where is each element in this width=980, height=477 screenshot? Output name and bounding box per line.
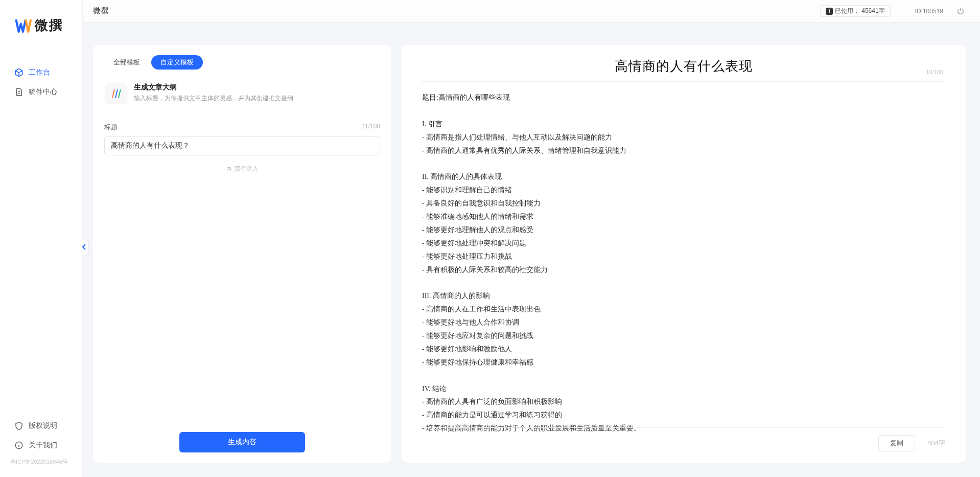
icp-text: 粤ICP备2022016946号: [0, 455, 82, 473]
divider: [422, 81, 945, 82]
sidebar-item-workspace[interactable]: 工作台: [0, 63, 82, 82]
user-id: ID:100519: [915, 8, 943, 15]
eraser-icon: [226, 166, 232, 172]
brand-logo-icon: [14, 17, 32, 34]
output-title-counter: 10/100: [926, 69, 943, 75]
power-icon[interactable]: [956, 7, 965, 15]
output-footer: 复制 404字: [422, 427, 945, 451]
tab-custom-templates[interactable]: 自定义模板: [151, 55, 203, 70]
sidebar-item-copyright[interactable]: 版权说明: [0, 416, 82, 436]
template-desc: 输入标题，为你提供文章主体的灵感，并为其创建推文提纲: [134, 94, 293, 103]
sidebar-item-drafts[interactable]: 稿件中心: [0, 82, 82, 102]
cube-icon: [14, 68, 24, 77]
field-label: 标题: [104, 123, 118, 132]
sidebar-item-label: 稿件中心: [29, 87, 57, 97]
books-icon: [110, 87, 122, 100]
sidebar-item-label: 版权说明: [29, 421, 57, 430]
sidebar-nav: 工作台 稿件中心: [0, 63, 82, 416]
output-body: 题目:高情商的人有哪些表现 I. 引言 - 高情商是指人们处理情绪、与他人互动以…: [422, 91, 945, 435]
content: 全部模板 自定义模板 生成文章大纲 输入标题，为你提供文章主体的灵感，并为其创建…: [83, 22, 980, 477]
main: 微撰 T 已使用： 45641字 ID:100519 全部模板 自定义模板: [83, 0, 980, 477]
template-card: 生成文章大纲 输入标题，为你提供文章主体的灵感，并为其创建推文提纲: [104, 79, 380, 117]
copy-button[interactable]: 复制: [878, 435, 915, 451]
template-info: 生成文章大纲 输入标题，为你提供文章主体的灵感，并为其创建推文提纲: [134, 83, 293, 104]
logo: 微撰: [0, 16, 82, 63]
template-title: 生成文章大纲: [134, 83, 293, 92]
template-tabs: 全部模板 自定义模板: [104, 55, 380, 70]
word-count: 404字: [927, 439, 945, 448]
sidebar-item-label: 工作台: [29, 68, 50, 77]
page-title: 微撰: [93, 6, 108, 16]
usage-badge[interactable]: T 已使用： 45641字: [820, 5, 890, 17]
output-title-row: 高情商的人有什么表现 10/100: [422, 57, 945, 75]
text-badge-icon: T: [826, 8, 833, 15]
info-icon: [14, 441, 24, 450]
clear-label: 清空录入: [234, 165, 259, 173]
usage-value: 45641字: [861, 7, 884, 15]
sidebar-item-label: 关于我们: [29, 441, 57, 450]
tab-all-templates[interactable]: 全部模板: [104, 55, 149, 70]
field-label-row: 标题 11/100: [104, 123, 380, 132]
sidebar: 微撰 工作台 稿件中心 版权说明 关于我们 粤ICP备2: [0, 0, 83, 477]
brand-name: 微撰: [35, 16, 63, 34]
template-icon: [105, 83, 127, 104]
sidebar-bottom: 版权说明 关于我们 粤ICP备2022016946号: [0, 416, 82, 477]
title-input[interactable]: [104, 136, 380, 155]
document-icon: [14, 87, 24, 97]
output-panel: 高情商的人有什么表现 10/100 题目:高情商的人有哪些表现 I. 引言 - …: [402, 45, 966, 463]
usage-prefix: 已使用：: [835, 7, 859, 15]
field-counter: 11/100: [361, 123, 380, 132]
output-title: 高情商的人有什么表现: [615, 57, 753, 75]
clear-input-button[interactable]: 清空录入: [104, 165, 380, 173]
chevron-left-icon: [82, 244, 86, 250]
input-panel: 全部模板 自定义模板 生成文章大纲 输入标题，为你提供文章主体的灵感，并为其创建…: [93, 45, 391, 463]
topbar: 微撰 T 已使用： 45641字 ID:100519: [83, 0, 980, 22]
shield-icon: [14, 421, 24, 430]
sidebar-collapse-handle[interactable]: [81, 240, 88, 254]
sidebar-item-about[interactable]: 关于我们: [0, 436, 82, 455]
generate-button[interactable]: 生成内容: [179, 432, 305, 452]
